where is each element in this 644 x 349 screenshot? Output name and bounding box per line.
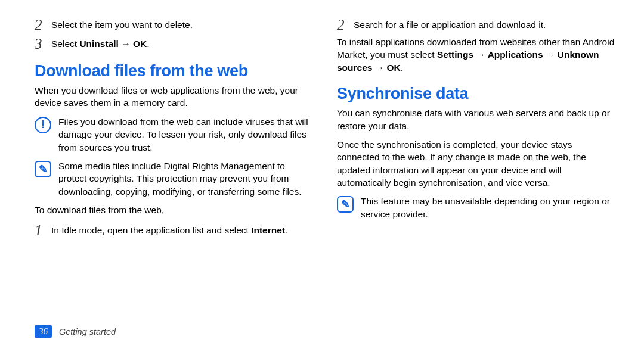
- step-prefix: Select: [51, 39, 79, 49]
- step-suffix: .: [147, 39, 149, 49]
- left-column: 2 Select the item you want to delete. 3 …: [35, 17, 313, 320]
- download-step-1: 1 In Idle mode, open the application lis…: [35, 222, 313, 238]
- step-text: In Idle mode, open the application list …: [51, 222, 287, 238]
- download-heading: Download files from the web: [35, 62, 313, 80]
- step-number: 3: [35, 36, 45, 51]
- sync-availability-note: ✎ This feature may be unavailable depend…: [337, 195, 615, 220]
- warning-note: ! Files you download from the web can in…: [35, 116, 313, 154]
- sync-note-text: This feature may be unavailable dependin…: [361, 195, 615, 220]
- install-suffix: .: [401, 63, 403, 73]
- warning-icon: !: [35, 117, 51, 133]
- step-number: 2: [337, 17, 348, 32]
- internet-bold: Internet: [251, 225, 285, 235]
- step-text: Select the item you want to delete.: [51, 17, 193, 32]
- download-step-2: 2 Search for a file or application and d…: [337, 17, 615, 32]
- uninstall-ok-bold: Uninstall → OK: [79, 39, 147, 49]
- step-text: Search for a file or application and dow…: [354, 17, 546, 32]
- drm-text: Some media files include Digital Rights …: [58, 160, 313, 198]
- step-prefix: In Idle mode, open the application list …: [51, 225, 251, 235]
- to-download-text: To download files from the web,: [35, 204, 313, 216]
- step-text: Select Uninstall → OK.: [51, 36, 150, 51]
- step-suffix: .: [285, 225, 287, 235]
- page-footer: 36 Getting started: [35, 325, 615, 338]
- note-icon: ✎: [337, 196, 354, 213]
- drm-note: ✎ Some media files include Digital Right…: [35, 160, 313, 198]
- note-icon: ✎: [35, 161, 51, 177]
- section-name: Getting started: [59, 327, 116, 336]
- page-number: 36: [35, 325, 52, 338]
- warning-text: Files you download from the web can incl…: [58, 116, 313, 154]
- sync-para-1: You can synchronise data with various we…: [337, 107, 615, 132]
- step-number: 1: [35, 222, 45, 238]
- sync-para-2: Once the synchronisation is completed, y…: [337, 138, 615, 189]
- synchronise-heading: Synchronise data: [337, 85, 615, 103]
- page-content: 2 Select the item you want to delete. 3 …: [35, 17, 615, 320]
- delete-step-2: 2 Select the item you want to delete.: [35, 17, 313, 32]
- install-instructions: To install applications downloaded from …: [337, 36, 615, 74]
- right-column: 2 Search for a file or application and d…: [337, 17, 615, 320]
- delete-step-3: 3 Select Uninstall → OK.: [35, 36, 313, 51]
- download-intro: When you download files or web applicati…: [35, 84, 313, 110]
- step-number: 2: [35, 17, 45, 32]
